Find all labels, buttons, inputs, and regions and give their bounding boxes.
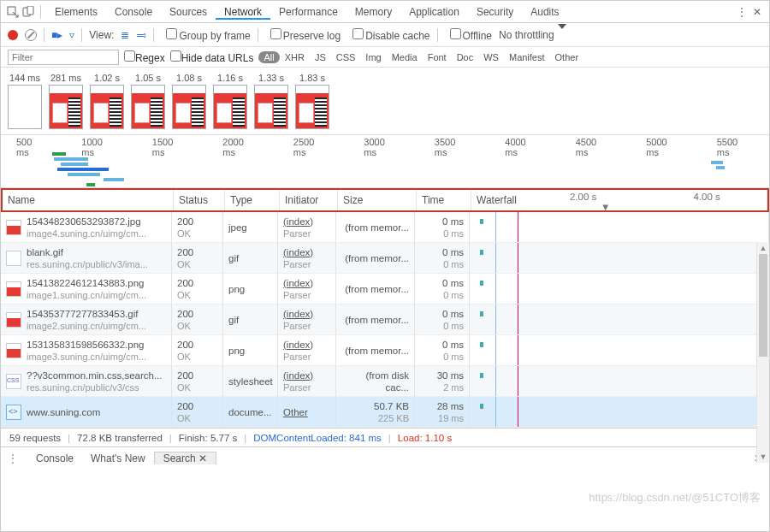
regex-checkbox[interactable]: Regex	[124, 50, 165, 64]
camera-icon[interactable]: ■▸	[51, 29, 62, 41]
filmstrip-frame[interactable]: 1.83 s	[295, 73, 329, 129]
network-toolbar: ■▸ ▿ View: ≣ ≕ Group by frame Preserve l…	[1, 23, 769, 47]
drawer-tab-console[interactable]: Console	[27, 452, 82, 464]
filter-type-manifest[interactable]: Manifest	[504, 51, 550, 63]
filmstrip-frame[interactable]: 144 ms	[8, 73, 42, 129]
filter-input[interactable]	[8, 50, 119, 65]
tab-sources[interactable]: Sources	[161, 6, 216, 18]
finish-time: Finish: 5.77 s	[179, 433, 237, 443]
filter-icon[interactable]: ▿	[69, 29, 74, 41]
file-icon	[6, 343, 21, 358]
timeline-overview[interactable]: 500 ms1000 ms1500 ms2000 ms2500 ms3000 m…	[1, 135, 769, 188]
filter-type-font[interactable]: Font	[423, 51, 452, 63]
filter-type-doc[interactable]: Doc	[452, 51, 479, 63]
transferred: 72.8 KB transferred	[77, 433, 163, 443]
col-initiator: Initiator	[280, 190, 338, 210]
table-row[interactable]: 154348230653293872.jpgimage4.suning.cn/u…	[1, 212, 769, 243]
tab-console[interactable]: Console	[106, 6, 161, 18]
tab-audits[interactable]: Audits	[522, 6, 567, 18]
throttling-select[interactable]: No throttling	[499, 29, 566, 41]
col-name: Name	[3, 190, 174, 210]
col-status: Status	[174, 190, 225, 210]
col-size: Size	[338, 190, 417, 210]
file-icon	[6, 374, 21, 389]
tab-application[interactable]: Application	[400, 6, 468, 18]
drawer-menu-icon[interactable]: ⋮	[8, 452, 19, 464]
filter-type-media[interactable]: Media	[387, 51, 423, 63]
file-icon	[6, 251, 21, 266]
disable-cache-checkbox[interactable]: Disable cache	[347, 28, 429, 42]
filmstrip-frame[interactable]: 1.16 s	[213, 73, 247, 129]
waterfall-axis: 2.00 s 4.00 s ▼	[534, 192, 769, 212]
requests-table: Name Status Type Initiator Size Time Wat…	[1, 188, 769, 428]
drawer-tab-what-s-new[interactable]: What's New	[82, 452, 154, 464]
separator	[40, 5, 41, 19]
filmstrip-frame[interactable]: 1.08 s	[172, 73, 206, 129]
vertical-scrollbar[interactable]: ▲▼	[756, 242, 769, 463]
group-by-frame-checkbox[interactable]: Group by frame	[161, 28, 250, 42]
clear-icon[interactable]	[25, 29, 37, 41]
filter-type-all[interactable]: All	[258, 51, 279, 63]
table-row[interactable]: blank.gifres.suning.cn/public/v3/ima...2…	[1, 243, 769, 274]
hide-data-urls-checkbox[interactable]: Hide data URLs	[170, 50, 254, 64]
view-label: View:	[89, 29, 114, 41]
offline-checkbox[interactable]: Offline	[445, 28, 492, 42]
tab-memory[interactable]: Memory	[346, 6, 400, 18]
filmstrip-frame[interactable]: 281 ms	[49, 73, 83, 129]
inspect-icon[interactable]	[6, 5, 20, 19]
load-time: Load: 1.10 s	[398, 433, 452, 443]
filter-type-css[interactable]: CSS	[331, 51, 361, 63]
filter-bar: Regex Hide data URLs AllXHRJSCSSImgMedia…	[1, 47, 769, 68]
tab-security[interactable]: Security	[468, 6, 522, 18]
col-type: Type	[225, 190, 280, 210]
table-row[interactable]: ??v3common.min.css,search...res.suning.c…	[1, 366, 769, 397]
col-time: Time	[417, 190, 471, 210]
drawer-tabbar: ⋮ ConsoleWhat's NewSearch ✕ ✕	[1, 446, 769, 469]
filmstrip-frame[interactable]: 1.02 s	[90, 73, 124, 129]
table-row[interactable]: www.suning.com200OKdocume...Other50.7 KB…	[1, 397, 769, 428]
file-icon	[6, 312, 21, 328]
tab-elements[interactable]: Elements	[46, 6, 106, 18]
file-icon	[6, 220, 21, 235]
requests-count: 59 requests	[9, 433, 61, 443]
filter-type-xhr[interactable]: XHR	[280, 51, 310, 63]
filter-type-other[interactable]: Other	[550, 51, 584, 63]
table-row[interactable]: 154138224612143883.pngimage1.suning.cn/u…	[1, 274, 769, 304]
kebab-icon[interactable]: ⋮	[735, 5, 749, 19]
watermark: https://blog.csdn.net/@51CTO博客	[589, 490, 761, 505]
filmstrip-frame[interactable]: 1.05 s	[131, 73, 165, 129]
filter-type-js[interactable]: JS	[310, 51, 331, 63]
large-rows-icon[interactable]: ≣	[121, 29, 129, 41]
overview-icon[interactable]: ≕	[136, 29, 146, 41]
filmstrip: 144 ms281 ms1.02 s1.05 s1.08 s1.16 s1.33…	[1, 68, 769, 135]
svg-rect-2	[27, 6, 33, 15]
file-icon	[6, 405, 21, 420]
device-icon[interactable]	[21, 5, 35, 19]
filter-type-ws[interactable]: WS	[478, 51, 504, 63]
table-row[interactable]: 153135831598566332.pngimage3.suning.cn/u…	[1, 335, 769, 366]
tab-network[interactable]: Network	[216, 6, 270, 20]
file-icon	[6, 281, 21, 297]
filter-type-img[interactable]: Img	[360, 51, 386, 63]
drawer-tab-search[interactable]: Search ✕	[154, 452, 216, 464]
table-row[interactable]: 154353777277833453.gifimage2.suning.cn/u…	[1, 304, 769, 335]
record-icon[interactable]	[8, 30, 18, 40]
close-icon[interactable]: ✕	[750, 5, 764, 19]
dcl-time: DOMContentLoaded: 841 ms	[253, 433, 382, 443]
preserve-log-checkbox[interactable]: Preserve log	[265, 28, 341, 42]
tab-performance[interactable]: Performance	[270, 6, 346, 18]
filmstrip-frame[interactable]: 1.33 s	[254, 73, 288, 129]
main-tabbar: ElementsConsoleSourcesNetworkPerformance…	[1, 1, 769, 23]
status-bar: 59 requests| 72.8 KB transferred| Finish…	[1, 428, 769, 446]
